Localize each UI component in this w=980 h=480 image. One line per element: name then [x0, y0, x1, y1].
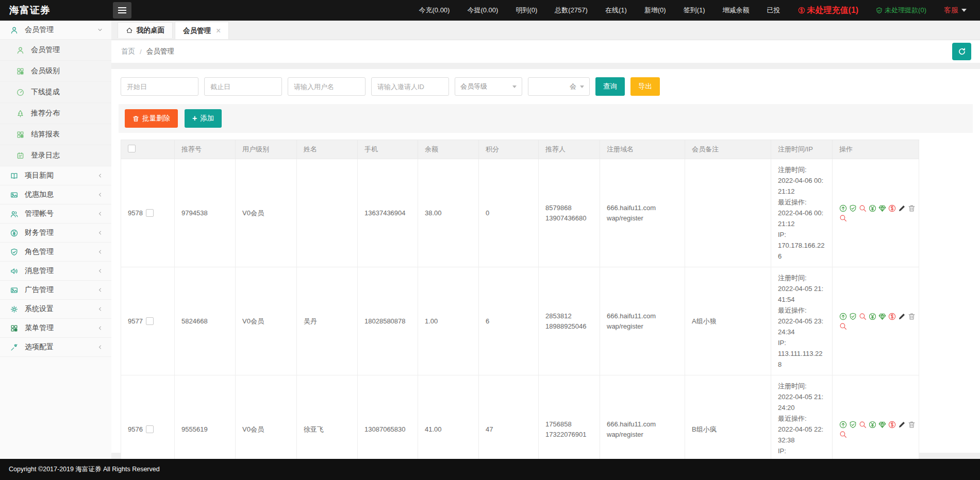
sidebar-item-menu-management[interactable]: 菜单管理: [0, 319, 111, 338]
inviter-id-input[interactable]: [371, 77, 449, 96]
export-button[interactable]: 导出: [630, 77, 660, 96]
edit-icon[interactable]: [898, 204, 906, 212]
shield-check-icon[interactable]: [849, 313, 857, 320]
search-detail-icon[interactable]: [839, 214, 847, 222]
row-checkbox[interactable]: [146, 209, 154, 217]
diamond-icon[interactable]: [878, 421, 886, 428]
dollar-icon[interactable]: [888, 204, 896, 212]
select-all-checkbox[interactable]: [128, 145, 136, 152]
header-domain: 注册域名: [600, 140, 685, 159]
header-regtime-ip: 注册时间/IP: [771, 140, 833, 159]
pending-recharge-link[interactable]: 未处理充值(1): [798, 5, 859, 16]
cell-ref-no: 5824668: [175, 267, 236, 375]
row-checkbox[interactable]: [146, 425, 154, 433]
cell-name: [297, 159, 358, 267]
sidebar-item-settlement-report[interactable]: 结算报表: [0, 124, 111, 145]
upgrade-icon[interactable]: [839, 204, 847, 212]
sidebar-group-member-management[interactable]: 会员管理: [0, 21, 111, 40]
breadcrumb-home[interactable]: 首页: [121, 47, 135, 56]
sidebar-item-login-log[interactable]: 登录日志: [0, 145, 111, 166]
yen-icon[interactable]: [869, 204, 876, 212]
dollar-icon[interactable]: [888, 313, 896, 320]
cell-balance: 41.00: [418, 375, 479, 459]
diamond-icon[interactable]: [878, 204, 886, 212]
member-level-select[interactable]: 会员等级: [455, 77, 522, 96]
op-time-label: 最近操作:: [778, 413, 825, 424]
sidebar-item-message-management[interactable]: 消息管理: [0, 262, 111, 281]
pending-recharge-icon: [798, 7, 805, 14]
search-icon[interactable]: [859, 313, 867, 320]
delete-icon[interactable]: [908, 204, 916, 212]
upgrade-icon[interactable]: [839, 313, 847, 320]
row-id: 9578: [128, 209, 143, 217]
sidebar-item-admin-accounts[interactable]: 管理帐号: [0, 204, 111, 224]
search-icon[interactable]: [859, 204, 867, 212]
yen-icon[interactable]: [869, 421, 876, 428]
chevron-down-icon: [580, 85, 584, 88]
sidebar-item-member-management[interactable]: 会员管理: [0, 40, 111, 61]
search-icon[interactable]: [859, 421, 867, 428]
delete-icon[interactable]: [908, 313, 916, 320]
username-input[interactable]: [288, 77, 366, 96]
shield-check-icon[interactable]: [849, 204, 857, 212]
cell-remark: [685, 159, 771, 267]
sidebar-item-role-management[interactable]: 角色管理: [0, 243, 111, 262]
yen-icon[interactable]: [869, 313, 876, 320]
header-points: 积分: [479, 140, 539, 159]
referrer-id: 1756858: [545, 419, 593, 430]
sidebar-item-finance-management[interactable]: 财务管理: [0, 224, 111, 243]
stat-new[interactable]: 新增(0): [644, 6, 666, 15]
menu-toggle-button[interactable]: [113, 2, 131, 19]
shield-check-icon[interactable]: [849, 421, 857, 428]
sidebar-item-member-level[interactable]: 会员级别: [0, 61, 111, 82]
search-detail-icon[interactable]: [839, 322, 847, 330]
cell-level: V0会员: [236, 159, 297, 267]
edit-icon[interactable]: [898, 421, 906, 428]
delete-icon[interactable]: [908, 421, 916, 428]
users-icon: [10, 210, 18, 218]
member-group-select[interactable]: 会: [528, 77, 590, 96]
row-id: 9577: [128, 317, 143, 325]
dollar-icon[interactable]: [888, 421, 896, 428]
sidebar-item-downline-commission[interactable]: 下线提成: [0, 82, 111, 103]
stat-today-recharge[interactable]: 今充(0.00): [419, 6, 450, 15]
start-date-input[interactable]: [121, 77, 198, 96]
tab-member-management[interactable]: 会员管理 ×: [175, 22, 229, 39]
upgrade-icon[interactable]: [839, 421, 847, 428]
add-button[interactable]: + 添加: [185, 109, 222, 128]
service-menu[interactable]: 客服: [944, 6, 967, 15]
stat-total[interactable]: 总数(2757): [555, 6, 588, 15]
chevron-left-icon: [97, 344, 103, 350]
sidebar-item-referral-distribution[interactable]: 推荐分布: [0, 103, 111, 124]
sidebar-item-project-news[interactable]: 项目新闻: [0, 166, 111, 185]
batch-delete-button[interactable]: 批量删除: [125, 109, 178, 128]
cell-level: V0会员: [236, 375, 297, 459]
tab-my-desktop[interactable]: 我的桌面: [118, 22, 173, 38]
header-remark: 会员备注: [685, 140, 771, 159]
main-content: 我的桌面 会员管理 × 首页 / 会员管理 会员等级 会: [111, 21, 980, 459]
cell-phone: 13637436904: [358, 159, 418, 267]
stat-signin[interactable]: 签到(1): [684, 6, 705, 15]
search-button[interactable]: 查询: [595, 77, 625, 96]
refresh-button[interactable]: [952, 43, 971, 60]
sidebar-item-promo-interest[interactable]: 优惠加息: [0, 185, 111, 204]
diamond-icon[interactable]: [878, 313, 886, 320]
stat-today-withdraw[interactable]: 今提(0.00): [467, 6, 498, 15]
stat-adjust-balance[interactable]: 增减余额: [723, 6, 750, 15]
ip-label: IP:: [778, 445, 825, 456]
end-date-input[interactable]: [204, 77, 282, 96]
close-icon[interactable]: ×: [216, 26, 221, 36]
sidebar-item-system-settings[interactable]: 系统设置: [0, 300, 111, 319]
search-detail-icon[interactable]: [839, 431, 847, 438]
chevron-left-icon: [97, 173, 103, 179]
sidebar-item-ad-management[interactable]: 广告管理: [0, 281, 111, 300]
row-checkbox[interactable]: [146, 317, 154, 325]
edit-icon[interactable]: [898, 313, 906, 320]
pending-withdraw-link[interactable]: 未处理提款(0): [876, 6, 926, 15]
chevron-down-icon: [97, 27, 103, 33]
stat-online[interactable]: 在线(1): [605, 6, 627, 15]
referrer-phone: 17322076901: [545, 430, 593, 440]
stat-due-tomorrow[interactable]: 明到(0): [516, 6, 537, 15]
stat-invested[interactable]: 已投: [767, 6, 780, 15]
sidebar-item-option-config[interactable]: 选项配置: [0, 338, 111, 357]
